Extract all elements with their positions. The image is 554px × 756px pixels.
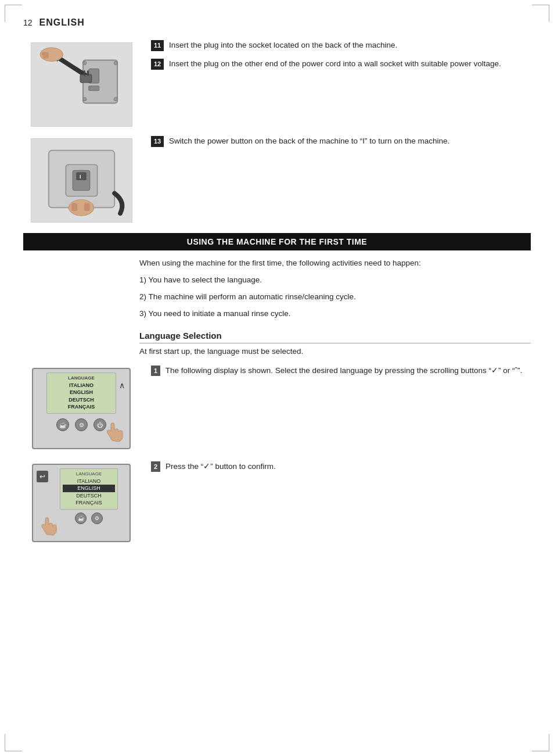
display-lang-label: LANGUAGE bbox=[51, 375, 112, 381]
display-screen-1: LANGUAGE ITALIANO ENGLISH DEUTSCH FRANÇA… bbox=[46, 372, 116, 414]
svg-rect-20 bbox=[76, 172, 87, 180]
lang-step-1-badge: 1 bbox=[151, 366, 160, 377]
step-13-row: I 13 Switch the power button on the back… bbox=[23, 135, 531, 223]
svg-point-15 bbox=[114, 98, 117, 101]
intro-para-0: When using the machine for the first tim… bbox=[139, 257, 531, 270]
step-11-text: 11 Insert the plug into the socket locat… bbox=[151, 40, 531, 51]
step-13-instruction: 13 Switch the power button on the back o… bbox=[151, 135, 531, 147]
lang-step-2-text-col: 2 Press the “✓” button to confirm. bbox=[139, 461, 531, 542]
page-number: 12 bbox=[23, 18, 33, 27]
step-11-image bbox=[31, 42, 132, 127]
display2-lang-italiano: ITALIANO bbox=[63, 478, 115, 485]
lang-step-1-row: LANGUAGE ITALIANO ENGLISH DEUTSCH FRANÇA… bbox=[23, 365, 531, 449]
display2-lang-francais: FRANÇAIS bbox=[63, 499, 115, 507]
at-first-startup-section: At first start up, the language must be … bbox=[23, 347, 531, 356]
back-arrow-btn: ↩ bbox=[37, 471, 48, 482]
section-banner: USING THE MACHINE FOR THE FIRST TIME bbox=[23, 233, 531, 250]
intro-para-2: 2) The machine will perform an automatic… bbox=[139, 291, 531, 303]
svg-rect-8 bbox=[42, 56, 48, 59]
machine-display-2: ↩ LANGUAGE ITALIANO ENGLISH DEUTSCH FRAN… bbox=[32, 464, 131, 542]
display-lang-deutsch: DEUTSCH bbox=[51, 396, 112, 404]
svg-rect-9 bbox=[80, 74, 92, 83]
svg-point-13 bbox=[114, 62, 117, 65]
display-lang-francais: FRANÇAIS bbox=[51, 403, 112, 411]
svg-rect-24 bbox=[78, 201, 84, 210]
svg-point-14 bbox=[82, 98, 86, 101]
display2-lang-label: LANGUAGE bbox=[63, 471, 115, 476]
step-13-image: I bbox=[31, 138, 132, 223]
step-11-12-text: 11 Insert the plug into the socket locat… bbox=[139, 40, 531, 127]
lang-step-2-instruction: 2 Press the “✓” button to confirm. bbox=[151, 461, 531, 472]
svg-text:I: I bbox=[80, 174, 81, 180]
intro-para-3: 3) You need to initiate a manual rinse c… bbox=[139, 308, 531, 320]
corner-mark-tl bbox=[5, 5, 22, 22]
page-header: 12 ENGLISH bbox=[23, 17, 531, 28]
main-col-2: LANGUAGE ITALIANO ENGLISH DEUTSCH FRANÇA… bbox=[52, 468, 126, 538]
svg-point-12 bbox=[82, 62, 86, 65]
step-13-image-col: I bbox=[23, 135, 139, 223]
step-13-text: 13 Switch the power button on the back o… bbox=[139, 135, 531, 223]
svg-rect-25 bbox=[84, 203, 89, 211]
lang-step-1-text-col: 1 The following display is shown. Select… bbox=[139, 365, 531, 449]
at-first-startup-text: At first start up, the language must be … bbox=[139, 347, 531, 356]
page: 12 ENGLISH bbox=[0, 0, 554, 756]
display-buttons-row-2: ☕ ⚙ bbox=[75, 513, 103, 524]
corner-mark-bl bbox=[5, 734, 22, 751]
corner-mark-br bbox=[532, 734, 549, 751]
svg-rect-7 bbox=[41, 52, 48, 56]
svg-rect-10 bbox=[83, 70, 85, 76]
corner-mark-tr bbox=[532, 5, 549, 22]
display2-btn-cup: ☕ bbox=[75, 513, 87, 524]
display-lang-italiano: ITALIANO bbox=[51, 382, 112, 389]
step-11-12-image-col bbox=[23, 40, 139, 127]
display2-lang-deutsch: DEUTSCH bbox=[63, 492, 115, 500]
machine-display-1: LANGUAGE ITALIANO ENGLISH DEUTSCH FRANÇA… bbox=[32, 368, 131, 449]
lang-step-2-image-col: ↩ LANGUAGE ITALIANO ENGLISH DEUTSCH FRAN… bbox=[23, 461, 139, 542]
step-13-badge: 13 bbox=[151, 136, 164, 147]
svg-rect-23 bbox=[71, 203, 77, 211]
lang-step-2-badge: 2 bbox=[151, 461, 160, 472]
step-11-12-row: 11 Insert the plug into the socket locat… bbox=[23, 40, 531, 127]
scroll-arrow-up-icon: ∧ bbox=[119, 381, 125, 390]
hand-icon-2 bbox=[35, 515, 57, 539]
step-12-text: 12 Insert the plug on the other end of t… bbox=[151, 58, 531, 70]
page-title: ENGLISH bbox=[39, 17, 85, 28]
language-selection-heading: Language Selection bbox=[139, 331, 531, 343]
step-12-badge: 12 bbox=[151, 59, 164, 70]
lang-step-1-instruction: 1 The following display is shown. Select… bbox=[151, 365, 531, 377]
display-lang-english: ENGLISH bbox=[51, 389, 112, 396]
display-btn-cup: ☕ bbox=[56, 418, 69, 431]
lang-step-1-image-col: LANGUAGE ITALIANO ENGLISH DEUTSCH FRANÇA… bbox=[23, 365, 139, 449]
lang-step-2-row: ↩ LANGUAGE ITALIANO ENGLISH DEUTSCH FRAN… bbox=[23, 461, 531, 542]
display2-btn-settings: ⚙ bbox=[91, 513, 103, 524]
display-btn-settings: ⚙ bbox=[75, 418, 88, 431]
svg-rect-3 bbox=[88, 86, 99, 91]
display-screen-2: LANGUAGE ITALIANO ENGLISH DEUTSCH FRANÇA… bbox=[60, 468, 118, 510]
intro-section: When using the machine for the first tim… bbox=[23, 257, 531, 320]
display-buttons-row-1: ☕ ⚙ ⏻ bbox=[56, 418, 106, 431]
intro-para-1: 1) You have to select the language. bbox=[139, 274, 531, 286]
display2-lang-english: ENGLISH bbox=[63, 485, 115, 492]
svg-rect-11 bbox=[87, 70, 88, 76]
hand-icon-1 bbox=[100, 420, 124, 445]
language-selection-section: Language Selection bbox=[23, 331, 531, 343]
step-11-badge: 11 bbox=[151, 40, 164, 51]
